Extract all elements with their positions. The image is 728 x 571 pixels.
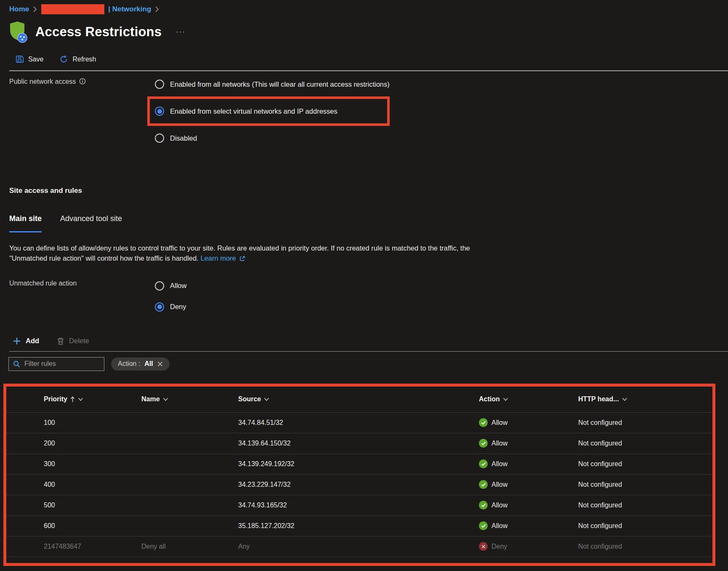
radio-unmatched-allow[interactable]: Allow: [155, 278, 186, 294]
cell-priority: 2147483647: [44, 543, 141, 550]
radio-checked-icon: [155, 302, 164, 312]
table-row[interactable]: 300 34.139.249.192/32 Allow Not configur…: [6, 454, 712, 474]
tab-advanced-tool-site[interactable]: Advanced tool site: [60, 214, 122, 232]
table-row[interactable]: 500 34.74.93.165/32 Allow Not configured: [6, 495, 712, 515]
cell-action: Allow: [479, 501, 578, 510]
chevron-down-icon: [163, 398, 168, 401]
deny-x-icon: [479, 542, 488, 551]
cell-source: 34.74.93.165/32: [238, 502, 479, 509]
cell-source: 35.185.127.202/32: [238, 522, 479, 530]
filter-rules-input-box[interactable]: [8, 357, 104, 371]
cell-source: 34.139.249.192/32: [238, 460, 479, 468]
tab-main-site[interactable]: Main site: [9, 214, 42, 232]
filter-divider: [9, 351, 728, 352]
radio-disabled[interactable]: Disabled: [155, 130, 390, 146]
cell-http-header: Not configured: [578, 522, 712, 530]
cell-http-header: Not configured: [578, 440, 712, 447]
trash-icon: [57, 337, 64, 345]
cell-source: 34.23.229.147/32: [238, 481, 479, 488]
rules-table: Priority Name Source Action HTTP head...…: [3, 384, 715, 566]
table-row[interactable]: 400 34.23.229.147/32 Allow Not configure…: [6, 474, 712, 495]
table-row[interactable]: 100 34.74.84.51/32 Allow Not configured: [6, 412, 712, 433]
column-header-action[interactable]: Action: [479, 395, 578, 403]
cell-action: Deny: [479, 542, 578, 551]
learn-more-link[interactable]: Learn more: [200, 254, 236, 262]
column-header-http-header[interactable]: HTTP head...: [578, 395, 712, 403]
external-link-icon: [239, 256, 245, 261]
column-header-name[interactable]: Name: [141, 395, 238, 403]
table-row[interactable]: 200 34.139.64.150/32 Allow Not configure…: [6, 433, 712, 454]
column-header-source[interactable]: Source: [238, 395, 479, 403]
table-row[interactable]: 600 35.185.127.202/32 Allow Not configur…: [6, 515, 712, 536]
public-network-access-section: Public network access Enabled from all n…: [0, 71, 728, 146]
add-rule-button[interactable]: Add: [13, 337, 39, 345]
save-button[interactable]: Save: [15, 55, 43, 64]
cell-priority: 400: [44, 481, 141, 488]
chevron-down-icon: [622, 398, 627, 401]
cell-http-header: Not configured: [578, 502, 712, 509]
column-header-priority[interactable]: Priority: [44, 395, 141, 403]
page-header: Access Restrictions ···: [0, 14, 728, 44]
breadcrumb-networking-link[interactable]: | Networking: [108, 5, 151, 13]
radio-enabled-all-networks[interactable]: Enabled from all networks (This will cle…: [155, 76, 390, 92]
info-icon[interactable]: [79, 78, 86, 85]
radio-enabled-select-networks[interactable]: Enabled from select virtual networks and…: [155, 105, 360, 117]
allow-check-icon: [479, 418, 488, 427]
close-icon[interactable]: [157, 361, 163, 367]
highlight-box: Enabled from select virtual networks and…: [147, 96, 390, 126]
cell-http-header: Not configured: [578, 481, 712, 488]
radio-icon: [155, 281, 164, 291]
allow-check-icon: [479, 521, 488, 530]
cell-priority: 500: [44, 502, 141, 509]
table-header-row: Priority Name Source Action HTTP head...: [6, 387, 712, 412]
refresh-button[interactable]: Refresh: [59, 55, 96, 64]
action-filter-pill[interactable]: Action : All: [111, 358, 170, 371]
chevron-down-icon: [78, 398, 83, 401]
breadcrumb-home-link[interactable]: Home: [9, 5, 29, 13]
breadcrumb: Home | Networking: [0, 0, 728, 14]
cell-name: Deny all: [141, 543, 238, 550]
radio-unmatched-deny[interactable]: Deny: [155, 299, 186, 315]
cell-action: Allow: [479, 480, 578, 489]
cell-http-header: Not configured: [578, 419, 712, 427]
site-access-heading: Site access and rules: [9, 187, 728, 195]
cell-source: Any: [238, 543, 479, 550]
delete-rule-button[interactable]: Delete: [57, 337, 89, 345]
chevron-down-icon: [264, 398, 269, 401]
unmatched-rule-section: Unmatched rule action Allow Deny: [0, 264, 728, 315]
command-toolbar: Save Refresh: [0, 44, 728, 64]
table-footer-spacer: [6, 557, 712, 563]
plus-icon: [13, 337, 21, 345]
table-row-deny-all[interactable]: 2147483647 Deny all Any Deny Not configu…: [6, 536, 712, 557]
cell-action: Allow: [479, 439, 578, 448]
radio-icon: [155, 133, 164, 143]
allow-check-icon: [479, 501, 488, 510]
allow-check-icon: [479, 459, 488, 468]
rules-command-bar: Add Delete: [13, 337, 728, 345]
more-options-button[interactable]: ···: [176, 28, 186, 36]
cell-http-header: Not configured: [578, 460, 712, 468]
cell-priority: 200: [44, 440, 141, 447]
filter-rules-input[interactable]: [24, 360, 112, 368]
sort-ascending-icon: [70, 396, 75, 403]
chevron-down-icon: [503, 398, 508, 401]
cell-source: 34.139.64.150/32: [238, 440, 479, 447]
search-icon: [13, 360, 20, 368]
cell-priority: 100: [44, 419, 141, 427]
unmatched-rule-label: Unmatched rule action: [9, 278, 155, 315]
public-network-access-label: Public network access: [9, 76, 155, 146]
page-title: Access Restrictions: [35, 24, 162, 40]
cell-source: 34.74.84.51/32: [238, 419, 479, 427]
redacted-resource-name: [41, 4, 104, 14]
access-restrictions-shield-icon: [8, 20, 29, 44]
cell-priority: 600: [44, 522, 141, 530]
rules-description: You can define lists of allow/deny rules…: [9, 243, 470, 264]
allow-check-icon: [479, 439, 488, 448]
chevron-right-icon: [155, 6, 159, 13]
cell-action: Allow: [479, 521, 578, 530]
cell-http-header: Not configured: [578, 543, 712, 550]
refresh-icon: [59, 55, 68, 64]
chevron-right-icon: [33, 6, 37, 13]
cell-priority: 300: [44, 460, 141, 468]
radio-icon: [155, 80, 164, 89]
